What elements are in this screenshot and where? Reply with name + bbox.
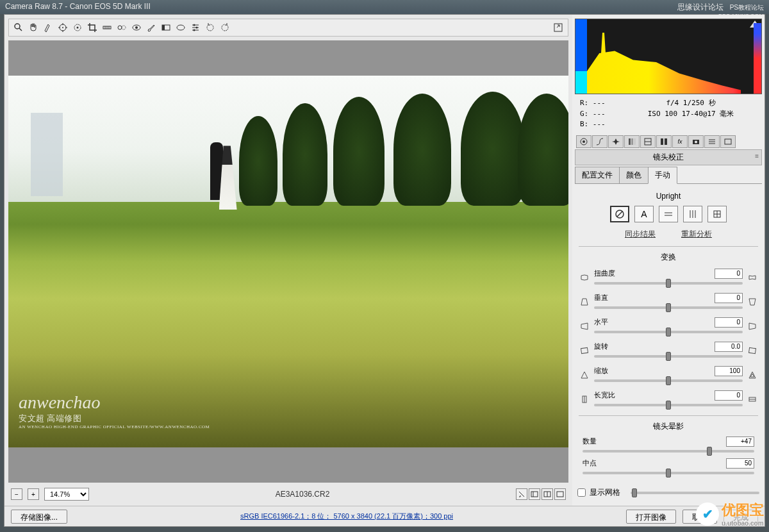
fx-tab-icon[interactable]: fx [672, 135, 688, 148]
horizontal-icon-left [579, 320, 590, 332]
upright-full[interactable] [707, 206, 727, 222]
watermark: anwenchao 安文超 高端修图 AN WENCHAO HIGH-END G… [19, 392, 210, 429]
exif-readout: f/4 1/250 秒ISO 100 17-40@17 毫米 [625, 98, 757, 130]
vertical-icon-left [579, 296, 590, 308]
zoom-select[interactable]: 14.7% [44, 488, 89, 501]
zoom-out-button[interactable]: − [11, 488, 22, 500]
scale-value[interactable] [715, 366, 743, 376]
panel-menu-icon[interactable]: ≡ [755, 153, 759, 160]
sub-tabs: 配置文件 颜色 手动 [575, 167, 762, 184]
vignette-amount-slider[interactable] [583, 450, 754, 453]
lens-tab-icon[interactable] [656, 135, 672, 148]
svg-rect-59 [748, 347, 756, 353]
horizontal-value[interactable] [715, 317, 743, 328]
svg-point-26 [194, 29, 195, 31]
vignette-label: 镜头晕影 [576, 421, 761, 432]
hsl-tab-icon[interactable] [624, 135, 640, 148]
save-image-button[interactable]: 存储图像... [11, 510, 67, 524]
aspect-slider[interactable] [594, 404, 743, 406]
upright-off[interactable] [610, 206, 629, 222]
preferences-tool[interactable] [188, 21, 203, 35]
svg-point-25 [196, 27, 198, 29]
upright-auto[interactable]: A [634, 206, 654, 222]
vertical-value[interactable] [715, 293, 743, 303]
svg-point-24 [194, 24, 195, 26]
crop-tool[interactable] [85, 21, 99, 35]
preview-mode-2[interactable] [529, 488, 540, 500]
fullscreen-toggle[interactable] [551, 21, 565, 35]
svg-rect-47 [725, 139, 731, 144]
straighten-tool[interactable] [100, 21, 114, 35]
workflow-link[interactable]: sRGB IEC61966-2.1；8 位； 5760 x 3840 (22.1… [74, 511, 620, 521]
curve-tab-icon[interactable] [592, 135, 608, 148]
upright-buttons: A [576, 206, 761, 222]
brush-tool[interactable] [144, 21, 158, 35]
preview-mode-1[interactable] [516, 488, 527, 500]
toolbar [8, 19, 568, 37]
profile-subtab[interactable]: 配置文件 [575, 167, 620, 183]
grid-slider[interactable] [631, 492, 759, 494]
panel-body: Upright A 同步结果 重新分析 变换 扭曲度 [575, 184, 762, 484]
upright-label: Upright [576, 192, 761, 201]
svg-point-20 [177, 25, 185, 30]
distortion-slider-row: 扭曲度 [576, 267, 761, 288]
sync-results-link[interactable]: 同步结果 [625, 229, 656, 240]
radial-tool[interactable] [174, 21, 188, 35]
svg-rect-28 [531, 492, 538, 497]
manual-subtab[interactable]: 手动 [648, 167, 677, 184]
upright-vertical[interactable] [683, 206, 702, 222]
histogram[interactable] [575, 19, 762, 94]
zoom-in-button[interactable]: + [28, 488, 39, 500]
targeted-adjust-tool[interactable] [70, 21, 85, 35]
svg-rect-58 [581, 347, 588, 353]
split-tab-icon[interactable] [640, 135, 656, 148]
upright-level[interactable] [659, 206, 678, 222]
vignette-midpoint-value[interactable] [726, 458, 754, 469]
gradient-tool[interactable] [159, 21, 173, 35]
show-grid-row: 显示网格 [577, 487, 759, 498]
rotate-value[interactable] [715, 342, 743, 352]
scale-slider[interactable] [594, 379, 743, 382]
image-preview-area[interactable]: anwenchao 安文超 高端修图 AN WENCHAO HIGH-END G… [8, 40, 568, 483]
svg-point-43 [695, 140, 697, 143]
scale-icon-left [579, 369, 590, 381]
open-image-button[interactable]: 打开图像 [626, 510, 676, 524]
distortion-value[interactable] [715, 269, 743, 279]
upright-links: 同步结果 重新分析 [576, 229, 761, 240]
rotate-ccw-tool[interactable] [203, 21, 217, 35]
snapshots-tab-icon[interactable] [720, 135, 736, 148]
rotate-slider[interactable] [594, 355, 743, 358]
right-pane: R: ---G: ---B: --- f/4 1/250 秒ISO 100 17… [572, 15, 765, 506]
hand-tool[interactable] [26, 21, 40, 35]
vertical-slider[interactable] [594, 306, 743, 309]
redeye-tool[interactable] [129, 21, 144, 35]
rotate-icon-right [747, 345, 758, 356]
svg-rect-19 [162, 25, 165, 30]
white-balance-tool[interactable] [41, 21, 55, 35]
preview-mode-4[interactable] [554, 488, 566, 500]
camera-tab-icon[interactable] [688, 135, 704, 148]
scale-icon-right [747, 369, 758, 381]
zoom-tool[interactable] [12, 21, 26, 35]
preview-mode-3[interactable] [542, 488, 553, 500]
horizontal-slider[interactable] [594, 331, 743, 333]
preview-bottom-bar: − + 14.7% AE3A1036.CR2 [8, 486, 568, 502]
reanalyze-link[interactable]: 重新分析 [681, 229, 712, 240]
distortion-slider[interactable] [594, 282, 743, 285]
show-grid-checkbox[interactable] [577, 488, 586, 497]
basic-tab-icon[interactable] [576, 135, 591, 148]
color-subtab[interactable]: 颜色 [619, 167, 649, 183]
aspect-value[interactable] [715, 390, 743, 401]
vignette-amount-value[interactable] [726, 436, 754, 447]
color-sampler-tool[interactable] [56, 21, 70, 35]
spot-removal-tool[interactable] [115, 21, 129, 35]
vignette-midpoint-slider[interactable] [583, 472, 754, 474]
rotate-cw-tool[interactable] [218, 21, 232, 35]
aspect-slider-row: 长宽比 [576, 388, 761, 410]
svg-point-15 [122, 26, 126, 29]
info-panel: R: ---G: ---B: --- f/4 1/250 秒ISO 100 17… [575, 94, 762, 134]
presets-tab-icon[interactable] [704, 135, 720, 148]
svg-point-14 [118, 26, 122, 29]
horizontal-icon-right [747, 320, 758, 332]
detail-tab-icon[interactable] [608, 135, 624, 148]
